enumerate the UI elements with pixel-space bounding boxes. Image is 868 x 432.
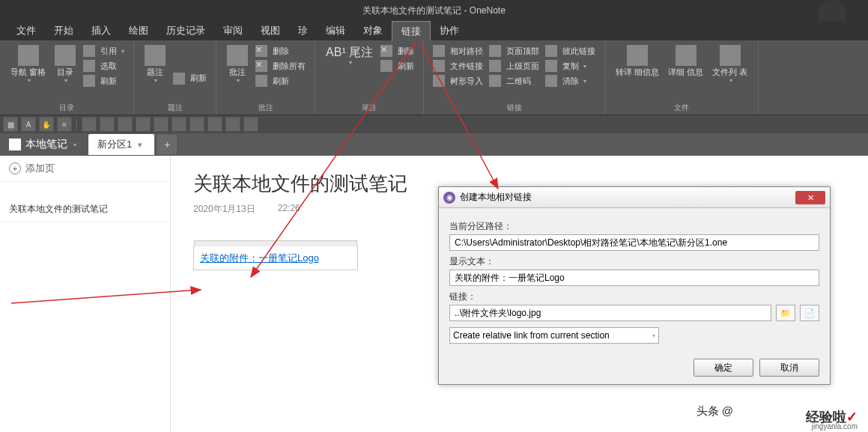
menu-home[interactable]: 开始 (45, 21, 82, 40)
cancel-button[interactable]: 取消 (759, 359, 819, 377)
note-time: 22:26 (278, 203, 300, 216)
quote-icon (83, 45, 95, 57)
endnote-button[interactable]: AB¹ 尾注▾ (321, 43, 377, 73)
page-list-item[interactable]: 关联本地文件的测试笔记 (0, 197, 170, 222)
caption-button[interactable]: 题注▾ (140, 43, 170, 86)
toc-button[interactable]: 目录▾ (50, 43, 80, 88)
filelist-button[interactable]: 文件列 表▾ (708, 43, 752, 86)
qb-text-icon[interactable]: A (21, 117, 36, 132)
refresh-button[interactable]: 刷新 (80, 73, 127, 88)
display-label: 显示文本： (449, 255, 819, 268)
delete-button[interactable]: ✕删除 (252, 43, 309, 58)
qrcode-button[interactable]: 二维码 (486, 73, 542, 88)
clear-button[interactable]: 清除▾ (542, 73, 598, 88)
menu-zhen[interactable]: 珍 (289, 21, 317, 40)
dialog-title-bar[interactable]: ◉ 创建本地相对链接 ✕ (439, 187, 830, 208)
menu-edit[interactable]: 编辑 (317, 21, 354, 40)
en-refresh-button[interactable]: 刷新 (377, 58, 417, 73)
ribbon-group-comment: 批注▾ ✕删除 ✕删除所有 刷新 批注 (216, 40, 315, 115)
file-link-button[interactable]: 文件链接 (430, 58, 486, 73)
qb-tool3-icon[interactable] (118, 117, 133, 132)
qb-tool2-icon[interactable] (100, 117, 115, 132)
comment-refresh-button[interactable]: 刷新 (252, 73, 309, 88)
mutual-link-button[interactable]: 彼此链接 (542, 43, 598, 58)
dialog-title: 创建本地相对链接 (460, 191, 532, 204)
detail-button[interactable]: 转详 细信息 (611, 43, 664, 86)
block-handle[interactable] (194, 240, 357, 246)
qb-list-icon[interactable]: ≡ (57, 117, 72, 132)
delete-icon: ✕ (255, 45, 267, 57)
section-path-input[interactable] (449, 234, 819, 251)
list-icon (720, 45, 741, 66)
qb-tool6-icon[interactable] (172, 117, 186, 132)
group-label-file: 文件 (605, 103, 758, 113)
link-path-input[interactable] (449, 305, 771, 321)
refresh-icon (83, 75, 95, 87)
comment-button[interactable]: 批注▾ (222, 43, 252, 88)
group-label-endnote: 尾注 (315, 103, 423, 113)
add-section-button[interactable]: + (157, 135, 177, 154)
qb-tool4-icon[interactable] (136, 117, 151, 132)
note-content-block[interactable]: 关联的附件：一册笔记Logo (193, 246, 358, 270)
page-icon (489, 45, 501, 57)
qb-tool9-icon[interactable] (225, 117, 240, 132)
link-type-select[interactable]: Create relative link from current sectio… (449, 327, 659, 344)
cap-refresh-button[interactable]: 刷新 (170, 71, 210, 86)
delete-icon: ✕ (380, 45, 392, 57)
select-button[interactable]: 选取 (80, 58, 127, 73)
user-avatar-icon[interactable] (819, 0, 846, 21)
add-page-button[interactable]: + 添加页 (0, 156, 170, 182)
nav-pane-icon (18, 45, 39, 66)
en-delete-button[interactable]: ✕删除 (377, 43, 417, 58)
nav-pane-button[interactable]: 导航 窗格▾ (6, 43, 50, 88)
ribbon-group-endnote: AB¹ 尾注▾ ✕删除 刷新 尾注 (315, 40, 424, 115)
section-tab[interactable]: 新分区1 ▾ (88, 134, 154, 155)
ok-button[interactable]: 确定 (694, 359, 753, 377)
ribbon-group-file: 转详 细信息 详细 信息 文件列 表▾ 文件 (605, 40, 759, 115)
delete-all-button[interactable]: ✕删除所有 (252, 58, 309, 73)
chevron-down-icon: ▾ (652, 332, 655, 339)
app-title: 关联本地文件的测试笔记 - OneNote (362, 4, 506, 17)
group-label-caption: 题注 (134, 103, 216, 113)
browse-file-button[interactable]: 📄 (800, 305, 819, 321)
tree-import-button[interactable]: 树形导入 (430, 73, 486, 88)
qb-grid-icon[interactable]: ▦ (3, 117, 18, 132)
browse-folder-button[interactable]: 📁 (776, 305, 795, 321)
parent-page-button[interactable]: 上级页面 (486, 58, 542, 73)
chevron-down-icon: ▾ (73, 142, 76, 148)
menu-view[interactable]: 视图 (252, 21, 289, 40)
display-text-input[interactable] (449, 270, 819, 286)
notebook-icon (9, 139, 21, 150)
page-top-button[interactable]: 页面顶部 (486, 43, 542, 58)
qb-tool8-icon[interactable] (207, 117, 222, 132)
qb-tool5-icon[interactable] (154, 117, 169, 132)
tab-dropdown-icon[interactable]: ▾ (138, 140, 142, 150)
menu-collab[interactable]: 协作 (431, 21, 468, 40)
menu-link[interactable]: 链接 (392, 21, 431, 41)
menu-object[interactable]: 对象 (354, 21, 392, 40)
relative-path-button[interactable]: 相对路径 (430, 43, 486, 58)
caption-icon (145, 45, 166, 66)
path-label: 当前分区路径： (449, 220, 819, 233)
menu-draw[interactable]: 绘图 (120, 21, 157, 40)
qb-hand-icon[interactable]: ✋ (39, 117, 54, 132)
clear-icon (545, 75, 557, 87)
menu-history[interactable]: 历史记录 (157, 21, 214, 40)
quote-button[interactable]: 引用▾ (80, 43, 127, 58)
qb-tool7-icon[interactable] (189, 117, 204, 132)
notebook-selector[interactable]: 本地笔记 ▾ (0, 138, 85, 151)
qb-tool10-icon[interactable] (243, 117, 258, 132)
up-icon (489, 60, 501, 72)
attachment-link[interactable]: 关联的附件：一册笔记Logo (200, 252, 319, 264)
close-button[interactable]: ✕ (795, 191, 825, 204)
info-button[interactable]: 详细 信息 (664, 43, 708, 86)
notebook-name-label: 本地笔记 (25, 138, 67, 151)
menu-review[interactable]: 审阅 (214, 21, 252, 40)
copy-button[interactable]: 复制▾ (542, 58, 598, 73)
qb-tool1-icon[interactable] (82, 117, 97, 132)
menu-insert[interactable]: 插入 (82, 21, 120, 40)
menu-file[interactable]: 文件 (7, 21, 45, 40)
add-page-label: 添加页 (25, 162, 55, 175)
detail-icon (627, 45, 648, 66)
ribbon: 导航 窗格▾ 目录▾ 引用▾ 选取 刷新 目录 题注▾ 刷新 题注 批注▾ ✕删… (0, 40, 868, 115)
